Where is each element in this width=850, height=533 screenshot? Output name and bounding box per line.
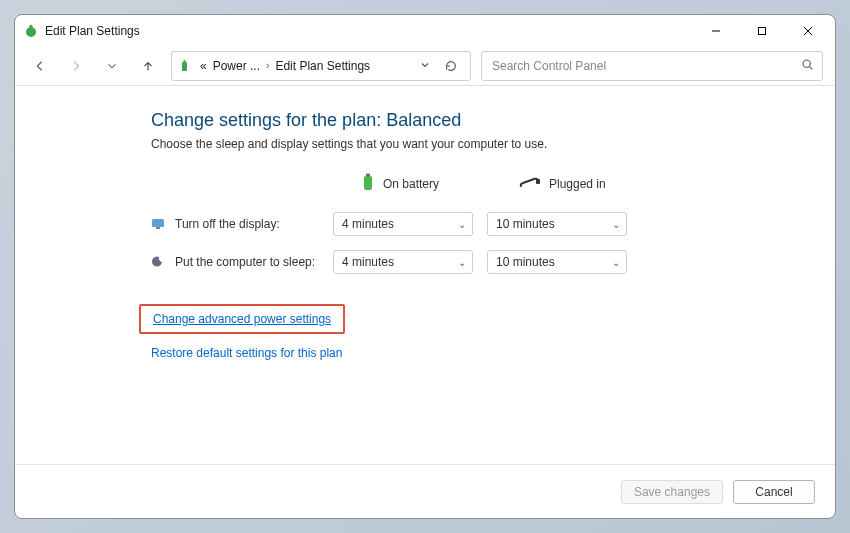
maximize-button[interactable] xyxy=(739,16,785,46)
col-on-battery: On battery xyxy=(333,173,477,194)
search-icon[interactable] xyxy=(801,58,814,74)
search-box[interactable] xyxy=(481,51,823,81)
row-turn-off-display: Turn off the display: 4 minutes ⌄ 10 min… xyxy=(151,212,807,236)
svg-rect-12 xyxy=(536,179,540,184)
page-heading: Change settings for the plan: Balanced xyxy=(151,110,807,131)
chevron-down-icon: ⌄ xyxy=(612,257,620,268)
chevron-right-icon[interactable]: › xyxy=(266,60,269,71)
svg-point-0 xyxy=(26,27,36,37)
svg-rect-13 xyxy=(152,219,164,227)
display-plugged-value: 10 minutes xyxy=(496,217,555,231)
svg-rect-11 xyxy=(366,174,370,177)
sleep-battery-value: 4 minutes xyxy=(342,255,394,269)
up-button[interactable] xyxy=(135,53,161,79)
links-block: Change advanced power settings Restore d… xyxy=(151,304,807,360)
svg-rect-3 xyxy=(759,28,766,35)
back-button[interactable] xyxy=(27,53,53,79)
column-headers: On battery Plugged in xyxy=(151,173,807,194)
page-subheading: Choose the sleep and display settings th… xyxy=(151,137,807,151)
plug-icon xyxy=(519,176,541,191)
sleep-icon xyxy=(151,254,167,270)
restore-default-settings-link[interactable]: Restore default settings for this plan xyxy=(151,346,342,360)
close-button[interactable] xyxy=(785,16,831,46)
address-bar[interactable]: « Power ... › Edit Plan Settings xyxy=(171,51,471,81)
refresh-button[interactable] xyxy=(438,53,464,79)
svg-point-8 xyxy=(803,60,810,67)
display-plugged-select[interactable]: 10 minutes ⌄ xyxy=(487,212,627,236)
sleep-battery-select[interactable]: 4 minutes ⌄ xyxy=(333,250,473,274)
footer: Save changes Cancel xyxy=(15,464,835,518)
row-put-to-sleep: Put the computer to sleep: 4 minutes ⌄ 1… xyxy=(151,250,807,274)
row-turn-off-display-label: Turn off the display: xyxy=(175,217,333,231)
sleep-plugged-value: 10 minutes xyxy=(496,255,555,269)
breadcrumb-prefix: « xyxy=(200,59,207,73)
svg-rect-10 xyxy=(364,176,372,190)
display-icon xyxy=(151,216,167,232)
display-battery-value: 4 minutes xyxy=(342,217,394,231)
address-dropdown-icon[interactable] xyxy=(420,59,430,73)
svg-rect-6 xyxy=(182,62,187,71)
edit-plan-settings-window: Edit Plan Settings xyxy=(14,14,836,519)
link-advanced-highlight: Change advanced power settings xyxy=(139,304,345,334)
col-plugged-in: Plugged in xyxy=(491,176,635,191)
app-icon xyxy=(23,23,39,39)
chevron-down-icon: ⌄ xyxy=(458,219,466,230)
cancel-button[interactable]: Cancel xyxy=(733,480,815,504)
save-changes-button[interactable]: Save changes xyxy=(621,480,723,504)
window-title: Edit Plan Settings xyxy=(45,24,140,38)
chevron-down-icon: ⌄ xyxy=(612,219,620,230)
minimize-button[interactable] xyxy=(693,16,739,46)
svg-rect-1 xyxy=(30,25,33,28)
battery-icon xyxy=(361,173,375,194)
chevron-down-icon: ⌄ xyxy=(458,257,466,268)
breadcrumb-part1[interactable]: Power ... xyxy=(213,59,260,73)
breadcrumb-part2[interactable]: Edit Plan Settings xyxy=(275,59,370,73)
svg-rect-7 xyxy=(184,60,186,62)
col-plugged-in-label: Plugged in xyxy=(549,177,606,191)
display-battery-select[interactable]: 4 minutes ⌄ xyxy=(333,212,473,236)
col-on-battery-label: On battery xyxy=(383,177,439,191)
search-input[interactable] xyxy=(490,58,801,74)
titlebar: Edit Plan Settings xyxy=(15,15,835,47)
navigation-bar: « Power ... › Edit Plan Settings xyxy=(15,47,835,85)
svg-line-9 xyxy=(810,66,813,69)
forward-button[interactable] xyxy=(63,53,89,79)
svg-rect-14 xyxy=(156,227,160,229)
content-area: Change settings for the plan: Balanced C… xyxy=(15,86,835,464)
recent-locations-button[interactable] xyxy=(99,53,125,79)
change-advanced-power-settings-link[interactable]: Change advanced power settings xyxy=(153,312,331,326)
power-options-icon xyxy=(178,58,194,74)
row-put-to-sleep-label: Put the computer to sleep: xyxy=(175,255,333,269)
sleep-plugged-select[interactable]: 10 minutes ⌄ xyxy=(487,250,627,274)
